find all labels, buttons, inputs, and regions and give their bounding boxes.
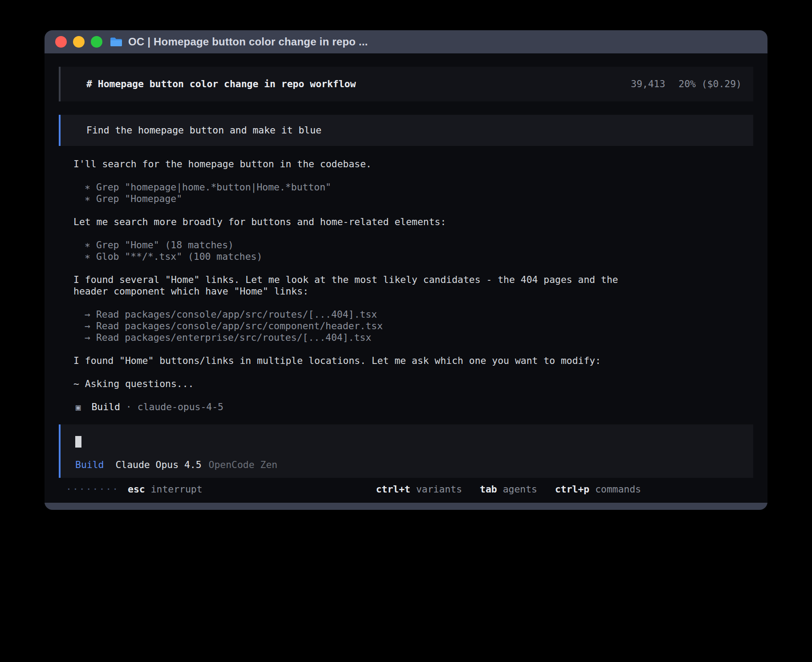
window-titlebar[interactable]: OC | Homepage button color change in rep… [45, 30, 767, 53]
commands-label: commands [595, 484, 641, 495]
esc-key-label: esc [128, 484, 145, 495]
tool-call-grep: ∗ Grep "Home" (18 matches) [73, 239, 742, 251]
asterisk-icon: ∗ [85, 182, 90, 193]
assistant-text: Let me search more broadly for buttons a… [73, 216, 649, 228]
hint-interrupt: esc interrupt [128, 484, 203, 495]
assistant-text: I found "Home" buttons/links in multiple… [73, 355, 649, 367]
tool-call-text: Read packages/console/app/src/component/… [96, 320, 383, 332]
assistant-text: I found several "Home" links. Let me loo… [73, 274, 649, 297]
arrow-icon: → [85, 320, 90, 332]
tool-call-grep: ∗ Grep "Homepage" [73, 193, 742, 205]
dot-separator: · [126, 401, 132, 413]
arrow-icon: → [85, 309, 90, 320]
ctrl-p-key-label: ctrl+p [555, 484, 589, 495]
asterisk-icon: ∗ [85, 251, 90, 262]
agent-model: claude-opus-4-5 [138, 401, 223, 413]
session-header: # Homepage button color change in repo w… [59, 67, 753, 101]
interrupt-label: interrupt [151, 484, 203, 495]
context-usage: 20% ($0.29) [678, 78, 742, 90]
tool-call-grep: ∗ Grep "homepage|home.*button|Home.*butt… [73, 182, 742, 193]
close-button[interactable] [55, 36, 67, 48]
text-cursor [75, 436, 81, 448]
tool-call-read: → Read packages/enterprise/src/routes/[.… [73, 332, 742, 343]
tool-call-text: Grep "homepage|home.*button|Home.*button… [96, 182, 331, 193]
hint-variants: ctrl+t variants [376, 484, 462, 495]
agent-indicator: ▣ Build · claude-opus-4-5 [73, 401, 742, 413]
status-line: ~ Asking questions... [73, 378, 742, 390]
tool-call-read: → Read packages/console/app/src/routes/[… [73, 309, 742, 320]
tab-key-label: tab [480, 484, 497, 495]
variants-label: variants [416, 484, 462, 495]
asterisk-icon: ∗ [85, 239, 90, 251]
spinner-dots: ········ [66, 484, 119, 495]
folder-icon [110, 36, 123, 47]
hint-commands: ctrl+p commands [555, 484, 641, 495]
token-count: 39,413 [631, 78, 665, 90]
keybind-hints: ctrl+t variants tab agents ctrl+p comman… [376, 484, 641, 495]
hint-agents: tab agents [480, 484, 537, 495]
tool-call-text: Grep "Home" (18 matches) [96, 239, 234, 251]
input-meta-row: Build Claude Opus 4.5 OpenCode Zen [75, 459, 742, 471]
traffic-lights [55, 36, 102, 48]
minimize-button[interactable] [73, 36, 85, 48]
mode-label[interactable]: Build [75, 459, 104, 471]
tool-call-group: ∗ Grep "homepage|home.*button|Home.*butt… [73, 182, 742, 205]
tool-call-glob: ∗ Glob "**/*.tsx" (100 matches) [73, 251, 742, 262]
tool-call-text: Glob "**/*.tsx" (100 matches) [96, 251, 262, 262]
transcript: I'll search for the homepage button in t… [59, 158, 753, 413]
terminal-content: # Homepage button color change in repo w… [45, 53, 767, 503]
model-label: Claude Opus 4.5 [115, 459, 201, 471]
window-bottom-edge [45, 503, 767, 510]
ctrl-t-key-label: ctrl+t [376, 484, 410, 495]
tool-call-read: → Read packages/console/app/src/componen… [73, 320, 742, 332]
terminal-window: OC | Homepage button color change in rep… [45, 30, 767, 510]
prompt-input[interactable]: Build Claude Opus 4.5 OpenCode Zen [59, 424, 753, 478]
tool-call-text: Read packages/console/app/src/routes/[..… [96, 309, 377, 320]
tool-call-text: Grep "Homepage" [96, 193, 182, 205]
tool-call-group: → Read packages/console/app/src/routes/[… [73, 309, 742, 343]
assistant-text: I'll search for the homepage button in t… [73, 158, 649, 170]
agent-name: Build [91, 401, 120, 413]
agents-label: agents [503, 484, 537, 495]
provider-label: OpenCode Zen [209, 459, 278, 471]
window-title: OC | Homepage button color change in rep… [128, 36, 368, 48]
zoom-button[interactable] [91, 36, 102, 48]
agent-square-icon: ▣ [76, 401, 81, 413]
session-meta: 39,413 20% ($0.29) [631, 78, 742, 90]
tool-call-group: ∗ Grep "Home" (18 matches) ∗ Glob "**/*.… [73, 239, 742, 262]
user-message-text: Find the homepage button and make it blu… [86, 125, 321, 136]
user-message: Find the homepage button and make it blu… [59, 115, 753, 146]
asterisk-icon: ∗ [85, 193, 90, 205]
status-bar: ········ esc interrupt ctrl+t variants t… [59, 481, 753, 497]
tool-call-text: Read packages/enterprise/src/routes/[...… [96, 332, 371, 343]
session-title: # Homepage button color change in repo w… [86, 78, 356, 90]
arrow-icon: → [85, 332, 90, 343]
